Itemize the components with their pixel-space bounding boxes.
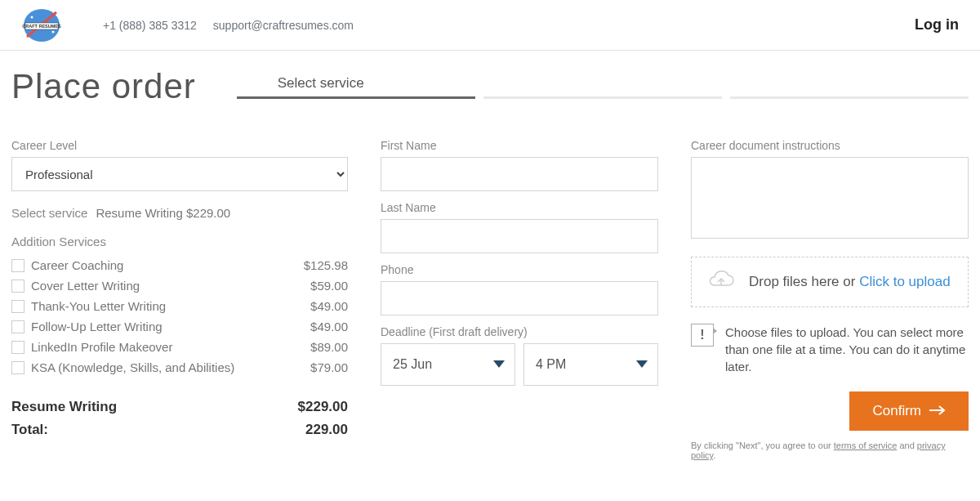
career-level-label: Career Level <box>11 139 348 152</box>
select-service-label: Select service <box>11 206 87 220</box>
addon-name: LinkedIn Profile Makeover <box>31 340 172 354</box>
instructions-label: Career document instructions <box>691 139 969 152</box>
confirm-button[interactable]: Confirm <box>849 391 969 431</box>
upload-link[interactable]: Click to upload <box>859 274 951 289</box>
addon-name: Follow-Up Letter Writing <box>31 320 163 333</box>
addon-row: KSA (Knowledge, Skills, and Abilities) $… <box>11 360 348 374</box>
addon-row: Cover Letter Writing $59.00 <box>11 279 348 293</box>
total-label: Total: <box>11 422 48 438</box>
phone-input[interactable] <box>381 281 658 315</box>
info-text: Choose files to upload. You can select m… <box>725 324 969 375</box>
first-name-input[interactable] <box>381 157 658 191</box>
addition-services-label: Addition Services <box>11 235 348 248</box>
phone-label: Phone <box>381 263 658 276</box>
select-service-value: Resume Writing $229.00 <box>96 206 230 220</box>
progress-step-3 <box>730 96 969 99</box>
summary-item-price: $229.00 <box>298 399 348 415</box>
addon-row: LinkedIn Profile Makeover $89.00 <box>11 340 348 354</box>
info-icon: ! <box>691 324 714 347</box>
addon-name: Thank-You Letter Writing <box>31 299 166 313</box>
deadline-time-value: 4 PM <box>536 357 566 372</box>
progress-step-2 <box>483 96 722 99</box>
svg-point-5 <box>52 30 55 33</box>
total-price: 229.00 <box>305 422 348 438</box>
addon-row: Thank-You Letter Writing $49.00 <box>11 299 348 313</box>
addon-name: Cover Letter Writing <box>31 279 140 293</box>
last-name-input[interactable] <box>381 219 658 253</box>
header-email[interactable]: support@craftresumes.com <box>213 19 354 32</box>
addon-checkbox[interactable] <box>11 300 24 313</box>
addon-price: $49.00 <box>310 299 348 313</box>
chevron-down-icon <box>493 357 505 372</box>
addon-row: Career Coaching $125.98 <box>11 258 348 272</box>
first-name-label: First Name <box>381 139 658 152</box>
step-label: Select service <box>278 75 969 92</box>
deadline-date-select[interactable]: 25 Jun <box>381 343 515 386</box>
addon-checkbox[interactable] <box>11 280 24 293</box>
file-dropzone[interactable]: Drop files here or Click to upload <box>691 257 969 307</box>
page-title: Place order <box>11 67 196 106</box>
arrow-right-icon <box>929 403 946 419</box>
terms-text: By clicking "Next", you agree to our ter… <box>691 441 969 460</box>
header: CRAFT RESUMES +1 (888) 385 3312 support@… <box>0 0 980 51</box>
summary-item-name: Resume Writing <box>11 399 117 415</box>
addon-price: $49.00 <box>310 320 348 333</box>
logo[interactable]: CRAFT RESUMES <box>13 7 70 43</box>
login-link[interactable]: Log in <box>915 16 959 34</box>
chevron-down-icon <box>636 357 648 372</box>
header-phone[interactable]: +1 (888) 385 3312 <box>103 19 197 32</box>
last-name-label: Last Name <box>381 201 658 214</box>
addon-price: $125.98 <box>304 258 348 272</box>
cloud-upload-icon <box>708 271 734 293</box>
drop-text: Drop files here or Click to upload <box>749 274 951 290</box>
addon-checkbox[interactable] <box>11 341 24 354</box>
addon-name: Career Coaching <box>31 258 123 272</box>
deadline-time-select[interactable]: 4 PM <box>523 343 658 386</box>
addon-checkbox[interactable] <box>11 259 24 272</box>
deadline-date-value: 25 Jun <box>393 357 432 372</box>
addon-checkbox[interactable] <box>11 361 24 374</box>
svg-text:CRAFT RESUMES: CRAFT RESUMES <box>22 24 61 29</box>
deadline-label: Deadline (First draft delivery) <box>381 325 658 338</box>
addon-price: $89.00 <box>310 340 348 354</box>
addon-name: KSA (Knowledge, Skills, and Abilities) <box>31 360 234 374</box>
career-level-select[interactable]: Professional <box>11 157 348 191</box>
svg-marker-6 <box>493 360 505 368</box>
svg-point-4 <box>31 16 33 18</box>
addon-price: $79.00 <box>310 360 348 374</box>
terms-of-service-link[interactable]: terms of service <box>834 441 898 450</box>
instructions-textarea[interactable] <box>691 157 969 239</box>
addon-row: Follow-Up Letter Writing $49.00 <box>11 320 348 333</box>
progress-step-1 <box>237 96 475 99</box>
addon-checkbox[interactable] <box>11 320 24 333</box>
addon-price: $59.00 <box>310 279 348 293</box>
svg-marker-7 <box>636 360 648 368</box>
